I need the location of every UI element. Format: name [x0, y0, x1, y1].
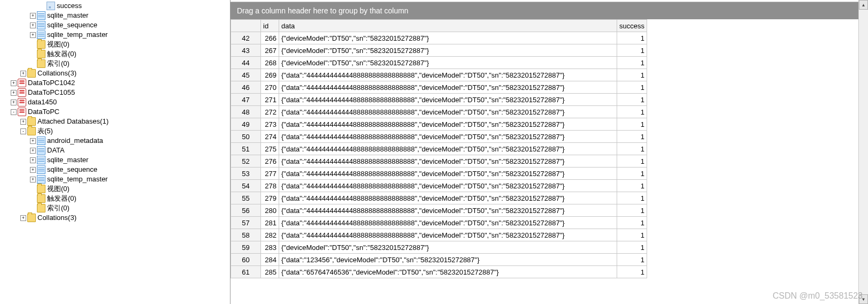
- cell-id[interactable]: 279: [261, 192, 279, 204]
- cell-id[interactable]: 266: [261, 32, 279, 44]
- cell-success[interactable]: 1: [617, 131, 647, 143]
- table-row[interactable]: 57281{"data":"44444444444488888888888888…: [231, 217, 647, 229]
- data-grid[interactable]: id data success 42266{"deviceModel":"DT5…: [231, 19, 647, 278]
- table-row[interactable]: 44268{"deviceModel":"DT50","sn":"5823201…: [231, 57, 647, 69]
- cell-data[interactable]: {"data":"4444444444448888888888888888","…: [279, 118, 617, 131]
- tree-item[interactable]: +Attached Databases(1): [1, 117, 230, 126]
- cell-success[interactable]: 1: [617, 180, 647, 192]
- col-success[interactable]: success: [617, 20, 647, 32]
- table-row[interactable]: 52276{"data":"44444444444488888888888888…: [231, 155, 647, 168]
- cell-success[interactable]: 1: [617, 44, 647, 57]
- cell-id[interactable]: 270: [261, 81, 279, 94]
- tree-item[interactable]: +Collations(3): [1, 213, 230, 223]
- table-row[interactable]: 61285{"data":"65764746536","deviceModel"…: [231, 266, 647, 278]
- table-row[interactable]: 54278{"data":"44444444444488888888888888…: [231, 180, 647, 192]
- cell-success[interactable]: 1: [617, 241, 647, 254]
- cell-id[interactable]: 280: [261, 204, 279, 217]
- col-id[interactable]: id: [261, 20, 279, 32]
- tree-item[interactable]: 触发器(0): [1, 49, 230, 59]
- expand-icon[interactable]: +: [30, 148, 36, 154]
- tree-item[interactable]: 触发器(0): [1, 194, 230, 203]
- tree-item[interactable]: success: [1, 1, 230, 11]
- expand-icon[interactable]: +: [30, 32, 36, 38]
- tree-item[interactable]: 视图(0): [1, 40, 230, 49]
- cell-data[interactable]: {"data":"4444444444448888888888888888","…: [279, 180, 617, 192]
- expand-icon[interactable]: +: [20, 119, 26, 125]
- tree-item[interactable]: 索引(0): [1, 203, 230, 213]
- cell-data[interactable]: {"data":"4444444444448888888888888888","…: [279, 192, 617, 204]
- tree-item[interactable]: +android_metadata: [1, 136, 230, 146]
- cell-success[interactable]: 1: [617, 57, 647, 69]
- cell-success[interactable]: 1: [617, 155, 647, 168]
- cell-data[interactable]: {"deviceModel":"DT50","sn":"582320152728…: [279, 241, 617, 254]
- tree-item[interactable]: 视图(0): [1, 184, 230, 194]
- cell-success[interactable]: 1: [617, 229, 647, 241]
- cell-id[interactable]: 274: [261, 131, 279, 143]
- group-by-bar[interactable]: Drag a column header here to group by th…: [231, 2, 868, 19]
- cell-success[interactable]: 1: [617, 254, 647, 266]
- cell-data[interactable]: {"data":"4444444444448888888888888888","…: [279, 94, 617, 106]
- cell-success[interactable]: 1: [617, 106, 647, 118]
- tree-item[interactable]: +DATA: [1, 146, 230, 155]
- cell-id[interactable]: 282: [261, 229, 279, 241]
- tree-item[interactable]: +sqlite_master: [1, 155, 230, 165]
- expand-icon[interactable]: +: [30, 22, 36, 28]
- tree-item[interactable]: +Collations(3): [1, 69, 230, 78]
- cell-id[interactable]: 268: [261, 57, 279, 69]
- table-row[interactable]: 59283{"deviceModel":"DT50","sn":"5823201…: [231, 241, 647, 254]
- cell-id[interactable]: 276: [261, 155, 279, 168]
- cell-data[interactable]: {"data":"4444444444448888888888888888","…: [279, 81, 617, 94]
- database-tree[interactable]: success+sqlite_master+sqlite_sequence+sq…: [0, 0, 230, 304]
- table-row[interactable]: 42266{"deviceModel":"DT50","sn":"5823201…: [231, 32, 647, 44]
- cell-id[interactable]: 285: [261, 266, 279, 278]
- tree-item[interactable]: +DataToPC1042: [1, 78, 230, 88]
- tree-item[interactable]: +DataToPC1055: [1, 88, 230, 97]
- cell-data[interactable]: {"deviceModel":"DT50","sn":"582320152728…: [279, 32, 617, 44]
- cell-success[interactable]: 1: [617, 204, 647, 217]
- tree-item[interactable]: +sqlite_master: [1, 11, 230, 20]
- tree-item[interactable]: +sqlite_temp_master: [1, 174, 230, 184]
- cell-data[interactable]: {"data":"4444444444448888888888888888","…: [279, 229, 617, 241]
- tree-item[interactable]: +sqlite_sequence: [1, 165, 230, 174]
- cell-data[interactable]: {"data":"4444444444448888888888888888","…: [279, 155, 617, 168]
- cell-id[interactable]: 275: [261, 143, 279, 155]
- collapse-icon[interactable]: -: [20, 128, 26, 134]
- tree-item[interactable]: -表(5): [1, 126, 230, 136]
- collapse-icon[interactable]: -: [11, 109, 17, 115]
- cell-success[interactable]: 1: [617, 168, 647, 180]
- tree-item[interactable]: +sqlite_temp_master: [1, 30, 230, 40]
- cell-data[interactable]: {"deviceModel":"DT50","sn":"582320152728…: [279, 44, 617, 57]
- cell-id[interactable]: 277: [261, 168, 279, 180]
- cell-success[interactable]: 1: [617, 32, 647, 44]
- table-row[interactable]: 55279{"data":"44444444444488888888888888…: [231, 192, 647, 204]
- table-row[interactable]: 60284{"data":"123456","deviceModel":"DT5…: [231, 254, 647, 266]
- expand-icon[interactable]: +: [30, 138, 36, 144]
- cell-id[interactable]: 281: [261, 217, 279, 229]
- cell-id[interactable]: 267: [261, 44, 279, 57]
- cell-data[interactable]: {"data":"4444444444448888888888888888","…: [279, 106, 617, 118]
- expand-icon[interactable]: +: [30, 167, 36, 173]
- expand-icon[interactable]: +: [20, 215, 26, 221]
- scroll-up-icon[interactable]: ▲: [859, 0, 868, 10]
- tree-item[interactable]: -DataToPC: [1, 107, 230, 117]
- cell-success[interactable]: 1: [617, 81, 647, 94]
- table-row[interactable]: 56280{"data":"44444444444488888888888888…: [231, 204, 647, 217]
- cell-id[interactable]: 271: [261, 94, 279, 106]
- cell-id[interactable]: 272: [261, 106, 279, 118]
- cell-success[interactable]: 1: [617, 69, 647, 81]
- col-data[interactable]: data: [279, 20, 617, 32]
- table-row[interactable]: 45269{"data":"44444444444488888888888888…: [231, 69, 647, 81]
- cell-data[interactable]: {"data":"4444444444448888888888888888","…: [279, 131, 617, 143]
- cell-data[interactable]: {"data":"4444444444448888888888888888","…: [279, 168, 617, 180]
- tree-item[interactable]: +sqlite_sequence: [1, 20, 230, 30]
- cell-id[interactable]: 283: [261, 241, 279, 254]
- table-row[interactable]: 49273{"data":"44444444444488888888888888…: [231, 118, 647, 131]
- table-row[interactable]: 43267{"deviceModel":"DT50","sn":"5823201…: [231, 44, 647, 57]
- cell-data[interactable]: {"deviceModel":"DT50","sn":"582320152728…: [279, 57, 617, 69]
- cell-data[interactable]: {"data":"65764746536","deviceModel":"DT5…: [279, 266, 617, 278]
- cell-data[interactable]: {"data":"123456","deviceModel":"DT50","s…: [279, 254, 617, 266]
- cell-success[interactable]: 1: [617, 143, 647, 155]
- cell-success[interactable]: 1: [617, 217, 647, 229]
- expand-icon[interactable]: +: [30, 157, 36, 163]
- expand-icon[interactable]: +: [11, 90, 17, 96]
